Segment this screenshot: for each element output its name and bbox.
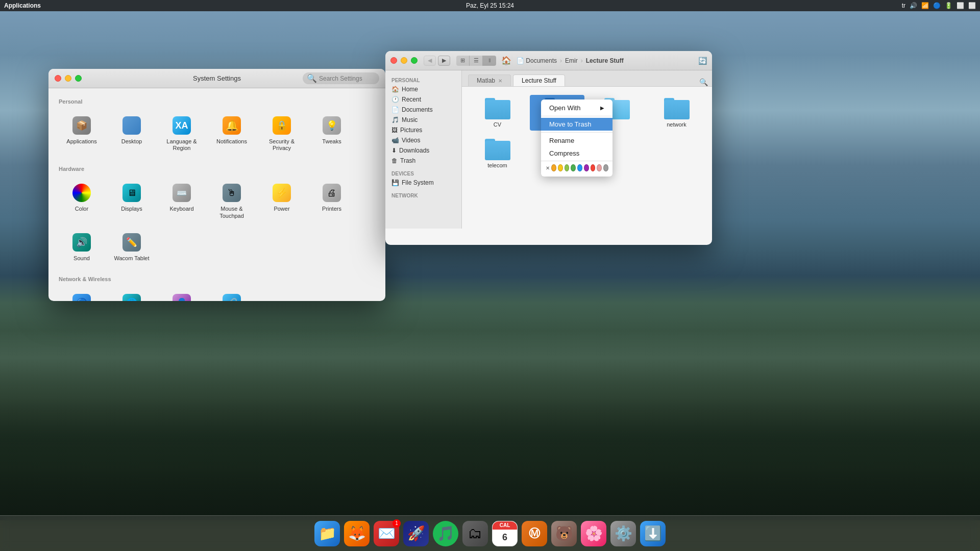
recent-icon: 🕐	[391, 96, 399, 103]
context-item-compress[interactable]: Compress	[541, 147, 612, 160]
dock-icon-settings[interactable]: ⚙️	[610, 521, 636, 546]
tab-search-icon[interactable]: 🔍	[699, 78, 708, 86]
sidebar-item-documents[interactable]: 📄Documents	[385, 105, 461, 115]
maximize-button[interactable]	[75, 75, 82, 82]
sidebar-item-filesystem[interactable]: 💾File System	[385, 178, 461, 188]
menubar-app-name[interactable]: Applications	[4, 2, 41, 9]
finder-maximize-button[interactable]	[411, 57, 418, 64]
home-icon[interactable]: 🏠	[501, 56, 511, 65]
dock-icon-download[interactable]: ⬇️	[640, 521, 666, 546]
color-dot-pink[interactable]	[597, 164, 602, 171]
settings-item-applications[interactable]: 📦 Applications	[59, 111, 105, 156]
settings-item-printers[interactable]: 🖨 Printers	[309, 178, 355, 223]
color-dot-yellow[interactable]	[558, 164, 563, 171]
settings-item-tweaks[interactable]: 💡 Tweaks	[309, 111, 355, 156]
settings-item-keyboard[interactable]: ⌨️ Keyboard	[159, 178, 205, 223]
sidebar-item-recent[interactable]: 🕐Recent	[385, 94, 461, 105]
dock-icon-mail[interactable]: ✉️	[374, 521, 399, 546]
settings-item-notifications[interactable]: 🔔 Notifications	[209, 111, 255, 156]
tab-matlab-close[interactable]: ✕	[498, 78, 502, 84]
sidebar-item-downloads[interactable]: ⬇Downloads	[385, 145, 461, 156]
nav-forward-button[interactable]: ▶	[438, 56, 450, 66]
folder-telecom[interactable]: telecom	[470, 136, 525, 171]
dock-icon-launcher[interactable]: 🚀	[403, 521, 429, 546]
folder-cv-label: CV	[494, 121, 501, 128]
sidebar-item-trash[interactable]: 🗑Trash	[385, 156, 461, 166]
color-dot-gray[interactable]	[603, 164, 608, 171]
menubar-bluetooth-icon[interactable]: 🔵	[933, 2, 941, 9]
folder-cv[interactable]: CV	[470, 95, 525, 131]
settings-item-power[interactable]: ⚡ Power	[259, 178, 305, 223]
dock-icon-appmenu[interactable]: 🗂	[462, 521, 488, 546]
breadcrumb-emir[interactable]: Emir	[565, 57, 578, 64]
settings-item-network[interactable]: 🌐 Network	[109, 288, 155, 301]
settings-item-wacom[interactable]: ✏️ Wacom Tablet	[109, 228, 155, 266]
settings-item-displays[interactable]: 🖥 Displays	[109, 178, 155, 223]
color-dot-blue[interactable]	[577, 164, 582, 171]
menubar-extra-icon: ⬜	[968, 2, 976, 9]
color-dot-orange[interactable]	[551, 164, 556, 171]
menubar-volume-icon[interactable]: 🔊	[910, 2, 917, 9]
dock-icon-firefox[interactable]: 🦊	[344, 521, 370, 546]
menubar-left: Applications	[4, 2, 41, 9]
view-icons-button[interactable]: ⊞	[456, 56, 470, 66]
minimize-button[interactable]	[65, 75, 71, 82]
settings-item-security[interactable]: 🔒 Security & Privacy	[259, 111, 305, 156]
color-dot-green[interactable]	[571, 164, 576, 171]
context-item-submenu[interactable]: Open With ▶	[541, 102, 612, 114]
dock-icon-files[interactable]: 📁	[314, 521, 340, 546]
color-clear-button[interactable]: ✕	[545, 164, 550, 171]
context-compress-label: Compress	[549, 149, 579, 157]
sidebar-item-pictures[interactable]: 🖼Pictures	[385, 125, 461, 135]
keyboard-icon: ⌨️	[171, 182, 192, 204]
sidebar-item-videos[interactable]: 📹Videos	[385, 135, 461, 145]
settings-item-color[interactable]: Color	[59, 178, 105, 223]
breadcrumb-lecture[interactable]: Lecture Stuff	[586, 57, 624, 64]
folder-cv-icon	[485, 98, 510, 119]
dock-icon-spotify[interactable]: 🎵	[433, 521, 458, 546]
settings-item-bluetooth[interactable]: 🔵 Bluetooth	[59, 288, 105, 301]
applications-icon: 📦	[71, 115, 92, 136]
network-grid: 🔵 Bluetooth 🌐 Network 👤 Online Accounts	[59, 288, 375, 301]
dock-icon-photos[interactable]: 🌸	[581, 521, 606, 546]
folder-network[interactable]: network	[649, 95, 704, 131]
context-item-rename[interactable]: Rename	[541, 134, 612, 147]
nav-back-button[interactable]: ◀	[424, 56, 436, 66]
sidebar-personal-title: Personal	[385, 77, 461, 84]
finder-close-button[interactable]	[390, 57, 397, 64]
color-dot-red[interactable]	[591, 164, 596, 171]
breadcrumb-documents[interactable]: 📄 Documents	[517, 57, 557, 64]
sidebar-item-music[interactable]: 🎵Music	[385, 115, 461, 125]
menubar-wifi-icon[interactable]: 📶	[921, 2, 929, 9]
settings-search-bar[interactable]: 🔍	[303, 72, 379, 84]
filesystem-icon: 💾	[391, 179, 399, 186]
tab-matlab[interactable]: Matlab ✕	[468, 74, 511, 86]
dock-icon-matlab[interactable]: Ⓜ	[522, 521, 547, 546]
settings-item-sharing[interactable]: 🔗 Sharing	[209, 288, 255, 301]
menubar-right: tr 🔊 📶 🔵 🔋 ⬜ ⬜	[902, 2, 976, 9]
refresh-icon[interactable]: 🔄	[698, 57, 707, 65]
color-dot-lightgreen[interactable]	[565, 164, 570, 171]
tab-lecture-label: Lecture Stuff	[522, 77, 556, 84]
settings-item-online[interactable]: 👤 Online Accounts	[159, 288, 205, 301]
search-input[interactable]	[319, 75, 375, 82]
settings-item-mouse[interactable]: 🖱 Mouse & Touchpad	[209, 178, 255, 223]
sidebar-item-home[interactable]: 🏠Home	[385, 84, 461, 94]
settings-item-language[interactable]: XA Language & Region	[159, 111, 205, 156]
tweaks-label: Tweaks	[322, 138, 341, 145]
tab-lecture-stuff[interactable]: Lecture Stuff	[513, 74, 565, 86]
dock-icon-finder[interactable]: 🐻	[551, 521, 577, 546]
view-columns-button[interactable]: ⫴	[483, 56, 496, 66]
settings-item-desktop[interactable]: Desktop	[109, 111, 155, 156]
context-item-move-to-trash[interactable]: Move to Trash	[541, 118, 612, 131]
view-list-button[interactable]: ☰	[470, 56, 483, 66]
context-menu: Open With ▶ Move to Trash Rename Compres…	[541, 99, 612, 177]
finder-sidebar: Personal 🏠Home 🕐Recent 📄Documents 🎵Music…	[385, 70, 462, 229]
settings-item-sound[interactable]: 🔊 Sound	[59, 228, 105, 266]
security-icon: 🔒	[271, 115, 292, 136]
close-button[interactable]	[55, 75, 61, 82]
dock-icon-calendar[interactable]: CAL 6	[492, 521, 518, 546]
sidebar-section-personal: Personal 🏠Home 🕐Recent 📄Documents 🎵Music…	[385, 74, 461, 168]
color-dot-purple[interactable]	[584, 164, 589, 171]
finder-minimize-button[interactable]	[401, 57, 407, 64]
